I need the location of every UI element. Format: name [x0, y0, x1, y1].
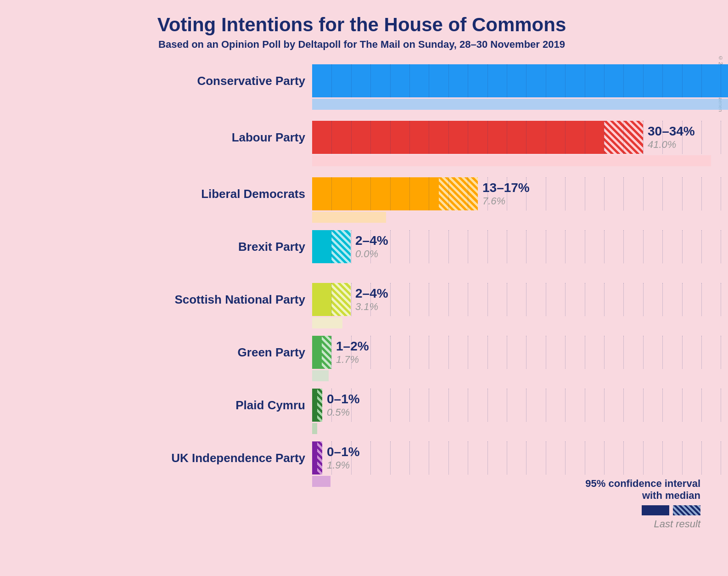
bar-row-1: Labour Party30–34%41.0% [165, 121, 710, 166]
bar-solid-4 [312, 283, 331, 316]
bar-solid-7 [312, 441, 317, 474]
bar-solid-6 [312, 389, 317, 422]
bar-solid-5 [312, 336, 322, 369]
chart-title: Voting Intentions for the House of Commo… [14, 14, 710, 36]
bar-hatch-3 [331, 230, 351, 263]
legend-hatch-box [673, 505, 700, 515]
bar-hatch-6 [317, 389, 322, 422]
bar-hatch-7 [317, 441, 322, 474]
bar-row-3: Brexit Party2–4%0.0% [165, 230, 710, 276]
legend-row [585, 505, 700, 515]
bar-hatch-2 [439, 177, 478, 210]
bar-solid-0 [312, 64, 728, 97]
party-label-1: Labour Party [165, 121, 312, 144]
party-label-4: Scottish National Party [165, 283, 312, 306]
bar-row-4: Scottish National Party2–4%3.1% [165, 283, 710, 328]
party-label-0: Conservative Party [165, 64, 312, 88]
bar-hatch-5 [322, 336, 331, 369]
party-label-7: UK Independence Party [165, 441, 312, 465]
legend: 95% confidence intervalwith median Last … [585, 478, 700, 530]
last-result-label: Last result [585, 518, 700, 530]
legend-title-1: 95% confidence intervalwith median [585, 478, 700, 502]
party-label-2: Liberal Democrats [165, 177, 312, 201]
legend-solid-box [642, 505, 669, 515]
bar-hatch-4 [331, 283, 351, 316]
bar-row-0: Conservative Party43–48%43.4% [165, 64, 710, 110]
party-label-5: Green Party [165, 336, 312, 359]
chart-subtitle: Based on an Opinion Poll by Deltapoll fo… [14, 39, 710, 51]
party-label-3: Brexit Party [165, 230, 312, 254]
bar-solid-1 [312, 121, 604, 154]
bar-row-2: Liberal Democrats13–17%7.6% [165, 177, 710, 223]
party-label-6: Plaid Cymru [165, 389, 312, 412]
bar-solid-3 [312, 230, 331, 263]
chart-container: Voting Intentions for the House of Commo… [0, 0, 728, 576]
bar-row-6: Plaid Cymru0–1%0.5% [165, 389, 710, 434]
bar-row-5: Green Party1–2%1.7% [165, 336, 710, 381]
chart-area: Conservative Party43–48%43.4%Labour Part… [14, 64, 710, 494]
